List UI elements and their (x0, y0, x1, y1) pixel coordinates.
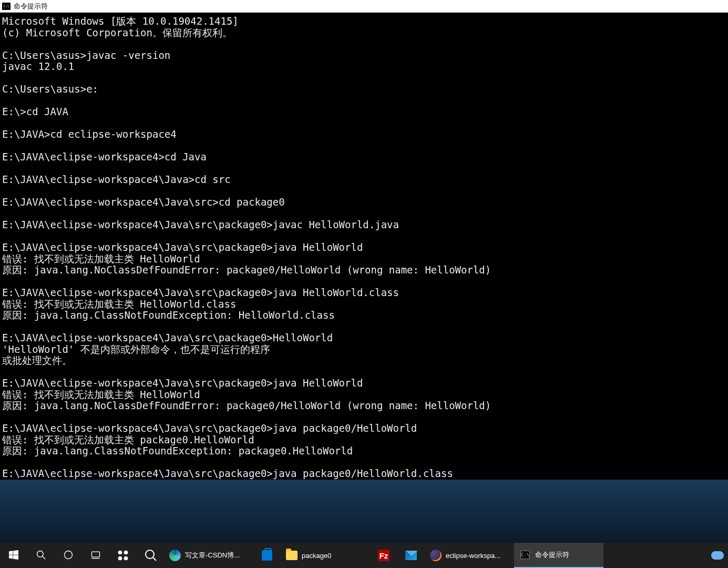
eclipse-icon (430, 550, 442, 561)
desktop-background-strip (0, 480, 728, 543)
taskbar-item-edge[interactable]: 写文章-CSDN博... (164, 543, 253, 568)
cortana-icon (63, 550, 74, 562)
taskbar-item-label: 写文章-CSDN博... (185, 551, 240, 560)
svg-line-6 (153, 557, 156, 561)
svg-point-2 (65, 551, 73, 559)
taskbar-item-mail[interactable] (397, 543, 425, 568)
svg-point-0 (37, 551, 44, 557)
task-view-icon (90, 550, 101, 562)
taskbar-item-label: eclipse-workspa... (446, 552, 500, 560)
start-button[interactable] (0, 543, 27, 568)
magnifier-icon (144, 549, 157, 563)
taskbar-magnifier[interactable] (137, 543, 164, 568)
window-titlebar[interactable]: C:\ 命令提示符 (0, 0, 728, 13)
search-icon (36, 550, 46, 562)
taskbar-item-label: 命令提示符 (535, 550, 569, 560)
cloud-icon[interactable] (711, 551, 724, 560)
taskbar-item-filezilla[interactable]: Fz (370, 543, 397, 568)
search-button[interactable] (27, 543, 55, 568)
windows-icon (9, 550, 18, 561)
taskbar-item-eclipse[interactable]: eclipse-workspa... (425, 543, 514, 568)
mail-icon (405, 550, 417, 561)
taskbar-item-cmd[interactable]: C:\ 命令提示符 (514, 543, 603, 568)
terminal-output[interactable]: Microsoft Windows [版本 10.0.19042.1415] (… (0, 13, 728, 480)
edge-icon (169, 550, 181, 561)
task-view-button[interactable] (82, 543, 109, 568)
taskbar-item-folder[interactable]: package0 (281, 543, 370, 568)
store-icon (261, 550, 273, 561)
taskbar-item-label: package0 (302, 552, 331, 560)
window-title: 命令提示符 (14, 2, 48, 11)
taskbar-item-store[interactable] (253, 543, 281, 568)
cortana-button[interactable] (55, 543, 82, 568)
svg-rect-3 (92, 552, 100, 557)
taskbar: 写文章-CSDN博... package0 Fz eclipse-workspa… (0, 543, 728, 568)
grid-icon (117, 550, 129, 561)
svg-line-1 (43, 556, 46, 559)
taskbar-app-s5[interactable] (109, 543, 137, 568)
folder-icon (286, 550, 298, 561)
svg-point-5 (146, 550, 154, 559)
cmd-window-icon: C:\ (2, 3, 11, 10)
filezilla-icon: Fz (378, 550, 389, 561)
cmd-icon: C:\ (519, 549, 531, 561)
